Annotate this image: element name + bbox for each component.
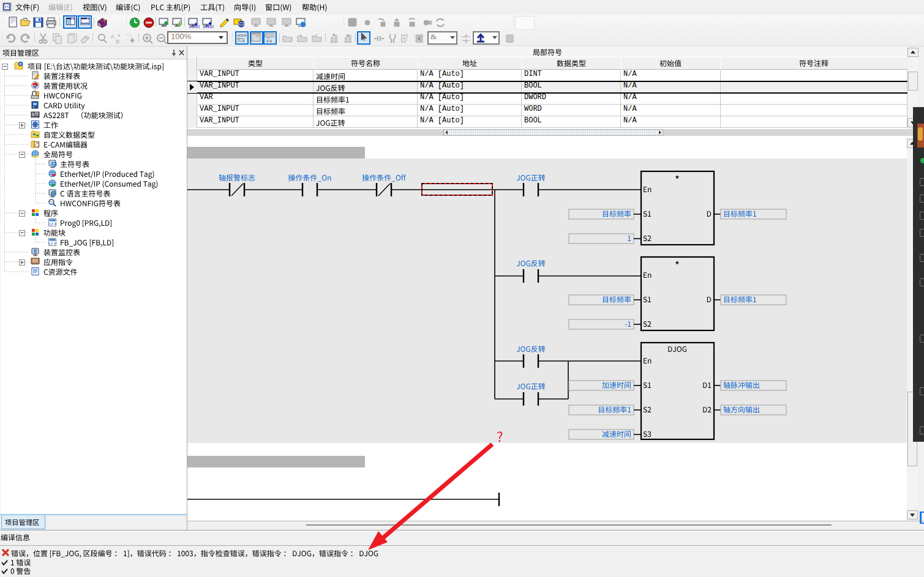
- svg-text:C: C: [52, 192, 55, 196]
- svg-text:10101: 10101: [203, 25, 214, 29]
- svg-text:?: ?: [103, 18, 106, 23]
- svg-text:ADDR: ADDR: [237, 34, 247, 37]
- svg-text:10101: 10101: [189, 25, 200, 29]
- svg-text:B: B: [116, 39, 119, 45]
- svg-text:A: A: [111, 34, 115, 40]
